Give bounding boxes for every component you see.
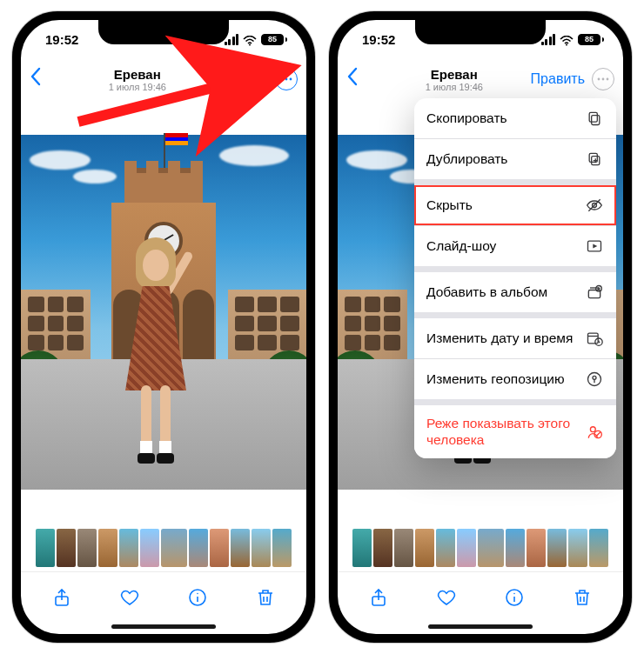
phone-right: 19:52 85 Ереван: [329, 11, 632, 643]
eye-slash-icon: [585, 196, 604, 215]
play-rectangle-icon: [585, 237, 604, 256]
svg-point-2: [285, 78, 288, 81]
battery-icon: 85: [261, 34, 287, 45]
menu-item-adjust-date-time[interactable]: Изменить дату и время: [414, 318, 616, 359]
wifi-icon: [560, 34, 574, 44]
status-time: 19:52: [362, 32, 395, 47]
thumbnail[interactable]: [140, 529, 159, 567]
delete-button[interactable]: [565, 580, 600, 615]
thumbnail[interactable]: [77, 529, 97, 567]
svg-point-11: [607, 78, 609, 81]
home-indicator[interactable]: [111, 624, 216, 629]
menu-label: Реже показывать этого человека: [426, 416, 585, 448]
back-button[interactable]: [30, 67, 42, 91]
thumbnail[interactable]: [252, 529, 271, 567]
screen-right: 19:52 85 Ереван: [338, 20, 623, 634]
menu-item-copy[interactable]: Скопировать: [414, 98, 616, 139]
bottom-toolbar: [21, 571, 306, 622]
menu-item-add-to-album[interactable]: Добавить в альбом: [414, 272, 616, 318]
thumbnail[interactable]: [394, 529, 413, 567]
status-time: 19:52: [45, 32, 78, 47]
mappin-circle-icon: [585, 370, 604, 389]
menu-label: Скопировать: [426, 110, 585, 127]
thumbnail[interactable]: [568, 529, 587, 567]
svg-line-32: [596, 432, 600, 437]
status-right: 85: [225, 34, 288, 45]
notch: [415, 20, 546, 44]
menu-item-adjust-location[interactable]: Изменить геопозицию: [414, 359, 616, 405]
thumbnail-current[interactable]: [478, 529, 504, 567]
menu-item-feature-less[interactable]: Реже показывать этого человека: [414, 405, 616, 458]
edit-button[interactable]: Править: [214, 71, 268, 87]
thumbnail[interactable]: [57, 529, 76, 567]
battery-level: 85: [261, 34, 284, 45]
thumbnail-strip[interactable]: [338, 524, 623, 571]
thumbnail[interactable]: [373, 529, 392, 567]
info-button[interactable]: [497, 580, 532, 615]
home-indicator[interactable]: [428, 624, 533, 629]
menu-label: Добавить в альбом: [426, 284, 585, 301]
back-button[interactable]: [346, 67, 359, 91]
menu-label: Дублировать: [426, 151, 585, 168]
svg-point-7: [197, 592, 198, 594]
menu-label: Изменить дату и время: [426, 330, 585, 347]
info-button[interactable]: [180, 580, 215, 615]
duplicate-icon: [585, 150, 604, 169]
thumbnail-strip[interactable]: [21, 524, 306, 571]
svg-point-30: [590, 426, 595, 431]
svg-point-3: [290, 78, 292, 81]
thumbnail[interactable]: [98, 529, 117, 567]
thumbnail[interactable]: [352, 529, 372, 567]
thumbnail[interactable]: [189, 529, 208, 567]
favorite-button[interactable]: [112, 580, 147, 615]
thumbnail[interactable]: [415, 529, 434, 567]
thumbnail[interactable]: [36, 529, 55, 567]
photo-content: [21, 135, 306, 490]
photo-viewer[interactable]: [21, 100, 306, 524]
favorite-button[interactable]: [429, 580, 464, 615]
svg-rect-12: [592, 116, 600, 125]
svg-point-29: [593, 376, 596, 379]
photo-location-title: Ереван: [378, 67, 531, 82]
thumbnail[interactable]: [231, 529, 250, 567]
photo-datetime-subtitle: 1 июля 19:46: [61, 82, 214, 92]
thumbnail[interactable]: [272, 529, 292, 567]
share-button[interactable]: [361, 580, 396, 615]
thumbnail[interactable]: [436, 529, 455, 567]
photo-location-title: Ереван: [61, 67, 214, 82]
svg-point-9: [598, 78, 600, 81]
bottom-toolbar: [338, 571, 623, 622]
share-button[interactable]: [44, 580, 79, 615]
menu-label: Слайд-шоу: [426, 238, 585, 255]
comparison-stage: 19:52 85 Ереван: [0, 0, 644, 654]
menu-item-duplicate[interactable]: Дублировать: [414, 139, 616, 185]
copy-icon: [585, 109, 604, 128]
svg-point-0: [249, 44, 251, 46]
thumbnail[interactable]: [119, 529, 138, 567]
actions-menu: Скопировать Дублировать Скрыть Слайд-шоу…: [414, 98, 616, 458]
more-actions-button[interactable]: [275, 68, 298, 90]
phone-left: 19:52 85 Ереван: [12, 11, 315, 643]
edit-button[interactable]: Править: [531, 71, 585, 87]
menu-item-hide[interactable]: Скрыть: [414, 185, 616, 226]
menu-item-slideshow[interactable]: Слайд-шоу: [414, 226, 616, 272]
delete-button[interactable]: [248, 580, 283, 615]
battery-icon: 85: [578, 34, 604, 45]
thumbnail[interactable]: [589, 529, 608, 567]
notch: [98, 20, 229, 44]
rectangle-stack-plus-icon: [585, 283, 604, 302]
thumbnail[interactable]: [527, 529, 546, 567]
thumbnail-current[interactable]: [161, 529, 187, 567]
thumbnail[interactable]: [506, 529, 525, 567]
svg-point-10: [602, 78, 605, 81]
thumbnail[interactable]: [457, 529, 476, 567]
photo-datetime-subtitle: 1 июля 19:46: [378, 82, 531, 92]
menu-label: Скрыть: [426, 197, 585, 214]
svg-point-8: [566, 44, 567, 46]
svg-point-36: [513, 592, 515, 594]
menu-label: Изменить геопозицию: [426, 371, 585, 388]
thumbnail[interactable]: [210, 529, 229, 567]
calendar-clock-icon: [585, 329, 604, 348]
more-actions-button[interactable]: [592, 68, 614, 90]
thumbnail[interactable]: [547, 529, 567, 567]
